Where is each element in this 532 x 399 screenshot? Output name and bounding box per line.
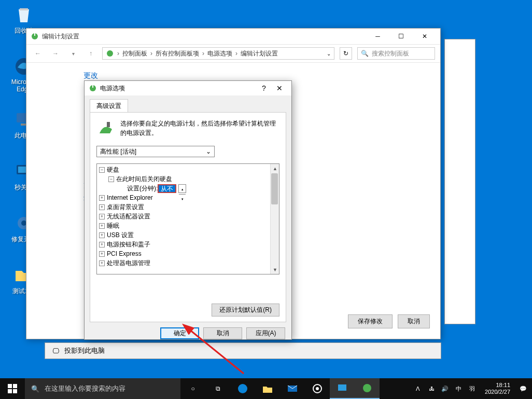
svg-rect-17 [13, 389, 17, 393]
page-heading: 更改 [83, 71, 409, 80]
network-icon[interactable]: 🖧 [427, 384, 436, 393]
close-button[interactable]: ✕ [413, 29, 436, 44]
ime-icon[interactable]: 中 [454, 384, 463, 393]
action-center-icon[interactable]: 💬 [519, 384, 528, 393]
selected-plan: 高性能 [活动] [100, 147, 136, 156]
windows-icon [8, 384, 17, 393]
taskbar-power-options[interactable] [355, 378, 380, 399]
cancel-button[interactable]: 取消 [203, 327, 242, 339]
dialog-description: 选择你要自定义的电源计划，然后选择你希望计算机管理的电源设置。 [120, 119, 279, 137]
save-button[interactable]: 保存修改 [348, 314, 393, 328]
setting-value-input[interactable]: 从不 [158, 184, 176, 193]
scroll-up[interactable]: ▲ [271, 164, 279, 173]
date: 2020/2/27 [485, 389, 510, 395]
battery-icon [96, 119, 115, 137]
address-bar[interactable]: › 控制面板 › 所有控制面板项 › 电源选项 › 编辑计划设置 ⌄ [102, 47, 334, 60]
collapse-icon[interactable]: − [99, 167, 105, 173]
settings-tree: −硬盘 −在此时间后关闭硬盘 设置(分钟): 从不 ▲▼ +Internet E… [96, 163, 279, 274]
help-button[interactable]: ? [256, 84, 272, 92]
search-input[interactable]: 🔍 搜索控制面板 [357, 47, 435, 60]
spinner[interactable]: ▲▼ [178, 184, 186, 193]
expand-icon[interactable]: + [99, 223, 105, 229]
cortana-button[interactable]: ○ [180, 378, 205, 399]
ime-mode-icon[interactable]: 羽 [467, 384, 477, 393]
tree-node-sleep[interactable]: +睡眠 [99, 221, 277, 230]
toolbar: ← → ▾ ↑ › 控制面板 › 所有控制面板项 › 电源选项 › 编辑计划设置… [26, 44, 440, 63]
expand-icon[interactable]: + [99, 260, 105, 266]
tree-node-cpu[interactable]: +处理器电源管理 [99, 258, 277, 268]
maximize-button[interactable]: ☐ [389, 29, 413, 44]
expand-icon[interactable]: + [99, 195, 105, 201]
cancel-button[interactable]: 取消 [398, 314, 430, 328]
expand-icon[interactable]: + [99, 242, 105, 247]
tray-overflow[interactable]: ᐱ [413, 384, 423, 393]
svg-rect-8 [34, 33, 35, 36]
power-options-icon [31, 32, 39, 40]
tree-node-hdd[interactable]: −硬盘 [99, 165, 277, 174]
search-placeholder: 搜索控制面板 [372, 49, 409, 58]
tree-node-desktop-bg[interactable]: +桌面背景设置 [99, 202, 277, 212]
expand-icon[interactable]: + [99, 214, 105, 219]
breadcrumb[interactable]: 所有控制面板项 [156, 49, 199, 58]
tree-node-ie[interactable]: +Internet Explorer [99, 193, 277, 202]
taskbar-search[interactable]: 🔍 在这里输入你要搜索的内容 [25, 378, 180, 399]
recycle-bin-icon [13, 4, 34, 25]
ok-button[interactable]: 确定 [160, 327, 199, 339]
apply-button[interactable]: 应用(A) [246, 327, 285, 339]
dropdown-icon[interactable]: ⌄ [327, 51, 331, 57]
taskbar-explorer[interactable] [255, 378, 280, 399]
expand-icon[interactable]: + [99, 232, 105, 238]
taskbar-mail[interactable] [280, 378, 305, 399]
restore-defaults-button[interactable]: 还原计划默认值(R) [212, 304, 279, 317]
task-view-button[interactable]: ⧉ [205, 378, 230, 399]
tab-page: 选择你要自定义的电源计划，然后选择你希望计算机管理的电源设置。 高性能 [活动]… [90, 112, 286, 322]
scroll-down[interactable]: ▼ [271, 265, 279, 274]
breadcrumb[interactable]: 控制面板 [122, 49, 147, 58]
power-options-icon [106, 49, 114, 58]
recent-dropdown[interactable]: ▾ [67, 47, 79, 60]
taskbar-control-panel[interactable] [330, 378, 355, 399]
forward-button[interactable]: → [49, 47, 62, 60]
expand-icon[interactable]: + [99, 204, 105, 210]
time: 18:11 [485, 382, 510, 389]
close-button[interactable]: ✕ [272, 84, 287, 92]
svg-rect-14 [8, 384, 12, 388]
tree-node-pci[interactable]: +PCI Express [99, 249, 277, 258]
volume-icon[interactable]: 🔊 [440, 384, 450, 393]
spinner-down[interactable]: ▼ [179, 195, 186, 204]
scrollbar[interactable]: ▲ ▼ [270, 164, 279, 274]
clock[interactable]: 18:11 2020/2/27 [481, 382, 514, 395]
svg-point-23 [363, 384, 371, 392]
back-button[interactable]: ← [32, 47, 44, 60]
search-placeholder: 在这里输入你要搜索的内容 [45, 384, 125, 393]
tree-node-hdd-off[interactable]: −在此时间后关闭硬盘 [99, 174, 277, 184]
dialog-titlebar[interactable]: 电源选项 ? ✕ [85, 81, 291, 95]
background-window[interactable] [444, 39, 475, 324]
taskbar-settings[interactable] [305, 378, 330, 399]
expand-icon[interactable]: + [99, 251, 105, 257]
svg-rect-22 [338, 384, 346, 391]
svg-rect-12 [107, 122, 110, 127]
svg-rect-11 [92, 85, 93, 88]
breadcrumb[interactable]: 编辑计划设置 [241, 49, 278, 58]
breadcrumb[interactable]: 电源选项 [207, 49, 232, 58]
chevron-right-icon: › [202, 50, 204, 57]
titlebar[interactable]: 编辑计划设置 ─ ☐ ✕ [26, 29, 440, 44]
tab-advanced[interactable]: 高级设置 [90, 99, 128, 113]
start-button[interactable] [0, 378, 25, 399]
chevron-down-icon: ⌄ [206, 148, 211, 155]
taskbar-edge[interactable] [230, 378, 255, 399]
collapse-icon[interactable]: − [108, 176, 114, 182]
search-icon: 🔍 [31, 385, 39, 393]
tree-node-wifi[interactable]: +无线适配器设置 [99, 212, 277, 221]
power-plan-select[interactable]: 高性能 [活动] ⌄ [96, 146, 215, 157]
svg-point-9 [107, 50, 113, 57]
svg-point-18 [238, 384, 247, 393]
up-button[interactable]: ↑ [85, 47, 97, 60]
tree-node-power-button[interactable]: +电源按钮和盖子 [99, 240, 277, 249]
tree-node-usb[interactable]: +USB 设置 [99, 230, 277, 240]
refresh-button[interactable]: ↻ [340, 47, 352, 60]
spinner-up[interactable]: ▲ [179, 185, 186, 195]
scroll-thumb[interactable] [271, 173, 278, 204]
minimize-button[interactable]: ─ [366, 29, 389, 44]
